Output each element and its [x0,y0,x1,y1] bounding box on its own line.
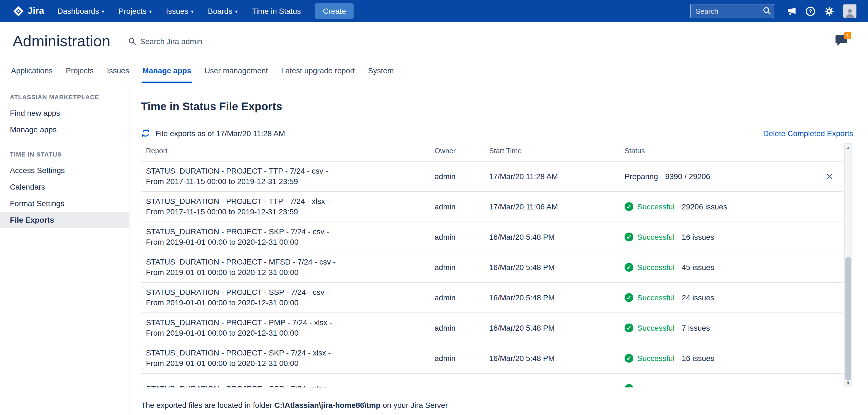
export-folder-path: C:\Atlassian\jira-home86\tmp [274,401,380,410]
report-name: STATUS_DURATION - PROJECT - SKP - 7/24 -… [146,348,430,358]
sidebar-item[interactable]: Find new apps [0,105,129,121]
report-cell: STATUS_DURATION - PROJECT - TTP - 7/24 -… [141,196,430,217]
start-time-cell: 16/Mar/20 5:48 PM [484,263,620,272]
status-label: Preparing [625,172,658,181]
jira-home-link[interactable]: Jira [13,5,44,17]
owner-cell: admin [430,202,484,211]
table-row: STATUS_DURATION - PROJECT - TTP - 7/24 -… [141,192,843,222]
status-detail: 16 issues [682,233,714,241]
admin-search [129,37,835,46]
status-cell: ✓ Successful 45 issues [620,263,843,272]
report-name: STATUS_DURATION - PROJECT - MFSD - 7/24 … [146,257,430,267]
admin-tab[interactable]: Issues [106,65,130,83]
table-scrollbar[interactable]: ▲ ▼ [844,143,852,387]
nav-menu-item[interactable]: Dashboards ▾ [58,7,104,16]
report-cell: STATUS_DURATION - PROJECT - SKP - 7/24 -… [141,227,430,247]
report-date-range: From 2019-01-01 00:00 to 2020-12-31 00:0… [146,328,430,338]
table-row: STATUS_DURATION - PROJECT - SKP - 7/24 -… [141,343,843,374]
status-cell: ✓ Successful 29206 issues [620,202,843,211]
status-cell: ✓ [620,384,843,387]
note-suffix: on your Jira Server [380,401,448,410]
sidebar-item[interactable]: Access Settings [0,162,129,179]
sidebar-item[interactable]: File Exports [0,212,129,228]
chevron-down-icon: ▾ [235,8,238,14]
nav-item-label: Time in Status [252,7,301,16]
table-row: STATUS_DURATION - PROJECT - SKP - 7/24 -… [141,222,843,253]
column-header-owner: Owner [430,147,484,155]
status-cell: ✓ Successful 7 issues [620,324,843,332]
table-header: Report Owner Start Time Status [141,143,843,161]
report-date-range: From 2017-11-15 00:00 to 2019-12-31 23:5… [146,207,430,217]
settings-gear-icon[interactable] [825,6,834,16]
feedback-megaphone-icon[interactable] [787,6,797,16]
search-icon[interactable] [763,7,771,17]
user-avatar[interactable] [843,4,857,18]
table-row: STATUS_DURATION - PROJECT - MFSD - 7/24 … [141,253,843,283]
nav-menu-item[interactable]: Issues ▾ [166,7,194,16]
report-date-range: From 2019-01-01 00:00 to 2020-12-31 00:0… [146,267,430,278]
success-check-icon: ✓ [625,202,633,211]
search-icon [129,37,136,45]
admin-tab[interactable]: Manage apps [141,65,192,83]
scrollbar-thumb[interactable] [845,257,851,381]
status-label: Successful [637,202,674,211]
admin-tab[interactable]: Applications [10,65,54,83]
nav-menu-item[interactable]: Time in Status [252,7,301,16]
admin-tab[interactable]: System [367,65,395,83]
owner-cell: admin [430,354,484,363]
sidebar: ATLASSIAN MARKETPLACE Find new apps Mana… [0,83,129,415]
nav-menu-item[interactable]: Projects ▾ [119,7,152,16]
cancel-export-button[interactable]: × [827,171,833,182]
jira-brand-text: Jira [28,5,44,17]
report-name: STATUS_DURATION - PROJECT - SSP - 7/24 -… [146,287,430,298]
nav-item-label: Dashboards [58,7,99,16]
status-detail: 29206 issues [682,202,727,211]
success-check-icon: ✓ [625,324,633,332]
report-name: STATUS_DURATION - PROJECT - TTP - 7/24 -… [146,166,430,176]
success-check-icon: ✓ [625,263,633,272]
report-name: STATUS_DURATION - PROJECT - SKP - 7/24 -… [146,227,430,237]
status-label: Successful [637,263,674,272]
help-icon[interactable]: ? [806,6,815,16]
sidebar-item[interactable]: Calendars [0,179,129,195]
admin-tab[interactable]: Projects [65,65,95,83]
create-button[interactable]: Create [315,3,354,19]
nav-item-label: Issues [166,7,188,16]
admin-tab[interactable]: User management [204,65,269,83]
admin-tab[interactable]: Latest upgrade report [280,65,356,83]
scroll-down-button[interactable]: ▼ [845,379,851,387]
admin-search-input[interactable] [140,37,283,46]
column-header-start-time: Start Time [484,147,620,155]
jira-logo-icon [13,5,24,17]
success-check-icon: ✓ [625,354,633,363]
report-cell: STATUS_DURATION - PROJECT - PMP - 7/24 -… [141,318,430,338]
owner-cell: admin [430,172,484,181]
status-cell: ✓ Successful 16 issues [620,233,843,241]
owner-cell: admin [430,324,484,332]
main-menu: Dashboards ▾ Projects ▾ Issues ▾ Bo [58,3,354,19]
status-detail: 7 issues [682,324,710,332]
status-detail: 9390 / 29206 [665,172,710,181]
owner-cell: admin [430,263,484,272]
sidebar-section-time-in-status: TIME IN STATUS Access Settings Calendars… [0,151,129,228]
column-header-status: Status [620,147,843,155]
sidebar-item[interactable]: Manage apps [0,121,129,138]
page-title: Administration [13,32,111,50]
help-question-glyph: ? [806,6,815,16]
top-navigation: Jira Dashboards ▾ Projects ▾ Issues [0,0,868,22]
nav-search-input[interactable] [690,4,774,18]
nav-menu-item[interactable]: Boards ▾ [208,7,238,16]
delete-completed-exports-link[interactable]: Delete Completed Exports [763,129,853,138]
scroll-up-button[interactable]: ▲ [845,144,851,152]
status-label: Successful [637,233,674,241]
status-detail: 24 issues [682,293,714,302]
status-detail: 45 issues [682,263,714,272]
sidebar-section-marketplace: ATLASSIAN MARKETPLACE Find new apps Mana… [0,94,129,138]
refresh-icon[interactable] [141,128,150,138]
table-row: STATUS_DURATION - PROJECT - TTP - 7/24 -… [141,161,843,192]
report-cell: STATUS_DURATION - PROJECT - SKP - 7/24 -… [141,348,430,369]
notification-bubble-icon[interactable]: 1 [835,34,848,48]
report-date-range: From 2019-01-01 00:00 to 2020-12-31 00:0… [146,358,430,369]
report-cell: STATUS_DURATION - PROJECT - MFSD - 7/24 … [141,257,430,278]
sidebar-item[interactable]: Format Settings [0,195,129,212]
